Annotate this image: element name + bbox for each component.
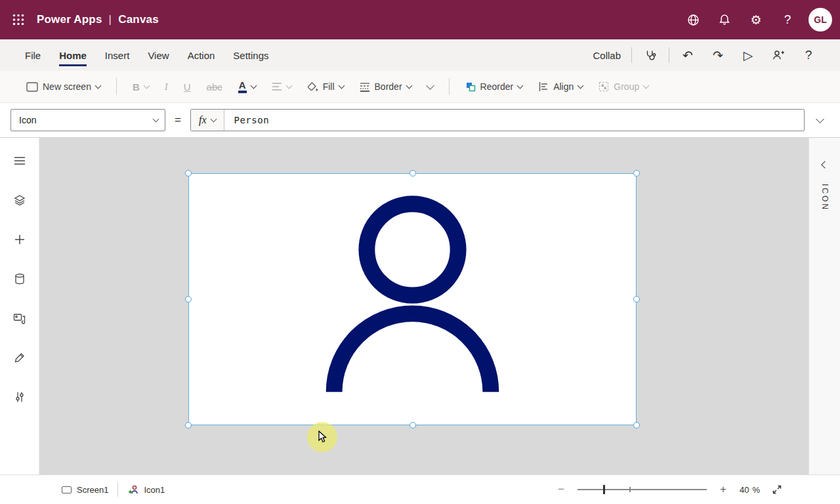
menu-insert[interactable]: Insert xyxy=(105,39,130,71)
undo-icon[interactable]: ↶ xyxy=(676,43,700,67)
zoom-in-button[interactable]: + xyxy=(717,483,729,496)
resize-handle-middle-right[interactable] xyxy=(633,296,640,303)
chevron-down-icon xyxy=(143,82,150,89)
pen-icon xyxy=(14,352,26,364)
app-checker-icon[interactable] xyxy=(639,43,662,67)
zoom-percent-number: 40 xyxy=(740,485,749,495)
group-icon xyxy=(598,81,609,92)
menu-action[interactable]: Action xyxy=(188,39,215,71)
properties-panel-collapsed: ICON xyxy=(808,138,840,474)
border-button[interactable]: Border xyxy=(353,75,418,98)
title-separator: | xyxy=(109,13,112,26)
resize-handle-top-middle[interactable] xyxy=(410,170,416,177)
app-context: Canvas xyxy=(118,13,159,26)
avatar[interactable]: GL xyxy=(808,8,832,32)
zoom-controls: − + 40 % xyxy=(555,483,784,496)
expand-formula-bar-button[interactable] xyxy=(810,109,830,131)
fit-to-window-icon[interactable] xyxy=(770,483,784,496)
media-icon[interactable] xyxy=(4,302,35,335)
layers-icon xyxy=(14,194,26,206)
zoom-slider-track xyxy=(578,489,707,490)
collapse-rail-icon[interactable] xyxy=(4,144,35,177)
waffle-menu-icon[interactable] xyxy=(0,0,37,39)
stethoscope-icon xyxy=(644,49,656,61)
settings-gear-icon[interactable]: ⚙ xyxy=(740,0,772,39)
zoom-slider[interactable] xyxy=(578,484,707,495)
status-bar: Screen1 Icon1 − + 40 % xyxy=(0,474,840,504)
underline-label: U xyxy=(184,81,191,93)
resize-handle-bottom-right[interactable] xyxy=(633,422,640,429)
fill-button[interactable]: Fill xyxy=(301,75,350,98)
help-icon-menubar[interactable]: ? xyxy=(797,43,820,67)
chevron-left-icon xyxy=(821,161,828,168)
person-icon[interactable] xyxy=(189,174,636,425)
plus-icon xyxy=(14,234,26,245)
screen1-tab-label: Screen1 xyxy=(77,485,108,495)
insert-icon[interactable] xyxy=(4,223,35,256)
menu-view[interactable]: View xyxy=(148,39,169,71)
database-cylinder-icon xyxy=(14,273,26,285)
resize-handle-bottom-left[interactable] xyxy=(185,422,192,429)
underline-button[interactable]: U xyxy=(177,75,198,98)
app-header: Power Apps | Canvas ⚙ ? GL xyxy=(0,0,840,39)
italic-button[interactable]: I xyxy=(158,75,175,98)
variables-icon[interactable] xyxy=(4,381,35,413)
divider xyxy=(631,47,632,63)
menu-file[interactable]: File xyxy=(25,39,41,71)
strikethrough-button[interactable]: abc xyxy=(200,75,229,98)
collab-button[interactable]: Collab xyxy=(589,50,625,61)
chevron-down-icon xyxy=(643,82,650,89)
icon1-tab[interactable]: Icon1 xyxy=(118,475,174,504)
redo-icon[interactable]: ↷ xyxy=(706,43,730,67)
formula-field-group: fx Person xyxy=(190,109,805,131)
zoom-slider-handle[interactable] xyxy=(603,485,605,494)
chevron-down-icon xyxy=(153,116,159,122)
hamburger-icon xyxy=(14,156,26,165)
font-color-button[interactable]: A xyxy=(232,75,262,98)
resize-handle-middle-left[interactable] xyxy=(185,296,192,303)
notifications-bell-icon[interactable] xyxy=(709,0,740,39)
reorder-icon xyxy=(465,81,476,92)
expand-panel-button[interactable] xyxy=(815,155,835,175)
advanced-tools-icon[interactable] xyxy=(4,341,35,374)
icon1-tab-label: Icon1 xyxy=(144,485,165,495)
share-icon[interactable] xyxy=(766,43,790,67)
resize-handle-top-left[interactable] xyxy=(185,170,192,177)
fx-dropdown-button[interactable]: fx xyxy=(191,110,225,131)
property-selected-value: Icon xyxy=(19,115,36,125)
preview-play-icon[interactable]: ▷ xyxy=(736,43,760,67)
resize-handle-top-right[interactable] xyxy=(633,170,640,177)
zoom-out-button[interactable]: − xyxy=(555,483,567,496)
resize-handle-bottom-middle[interactable] xyxy=(410,422,416,429)
screen1-artboard[interactable] xyxy=(188,173,637,425)
strikethrough-label: abc xyxy=(207,81,222,93)
data-sources-icon[interactable] xyxy=(4,262,35,295)
menu-right-actions: Collab ↶ ↷ ▷ ? xyxy=(589,43,840,67)
formula-input[interactable]: Person xyxy=(224,110,804,131)
gear-glyph: ⚙ xyxy=(750,12,761,28)
align-button[interactable]: Align xyxy=(532,75,589,98)
screen1-tab[interactable]: Screen1 xyxy=(52,475,117,504)
menu-settings[interactable]: Settings xyxy=(233,39,268,71)
avatar-initials: GL xyxy=(814,14,826,25)
bold-label: B xyxy=(133,81,140,93)
more-formatting-button[interactable] xyxy=(421,75,440,98)
menu-home[interactable]: Home xyxy=(59,39,87,71)
help-icon[interactable]: ? xyxy=(772,0,803,39)
chevron-down-icon xyxy=(816,115,824,123)
canvas-area[interactable] xyxy=(39,138,808,474)
equals-sign: = xyxy=(175,114,181,127)
property-dropdown[interactable]: Icon xyxy=(10,109,165,131)
text-align-button[interactable] xyxy=(265,75,298,98)
new-screen-button[interactable]: New screen xyxy=(20,75,107,98)
app-title: Power Apps | Canvas xyxy=(37,13,159,26)
zoom-percent-sign: % xyxy=(752,485,760,495)
tree-view-icon[interactable] xyxy=(4,184,35,217)
chevron-down-icon xyxy=(578,82,584,89)
media-frames-icon xyxy=(13,312,26,324)
environment-globe-icon[interactable] xyxy=(677,0,709,39)
cursor-highlight xyxy=(307,422,337,452)
group-button[interactable]: Group xyxy=(592,75,655,98)
bold-button[interactable]: B xyxy=(126,75,156,98)
reorder-button[interactable]: Reorder xyxy=(459,75,530,98)
